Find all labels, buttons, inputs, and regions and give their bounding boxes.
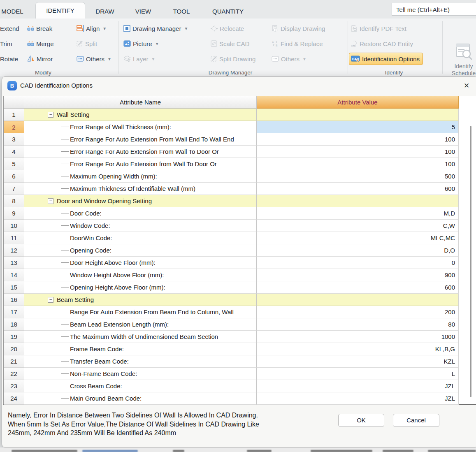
table-row[interactable]: 9Door Code:M,D bbox=[4, 207, 459, 220]
row-number[interactable]: 19 bbox=[4, 331, 24, 343]
attribute-name-cell[interactable]: Frame Beam Code: bbox=[24, 343, 257, 355]
attribute-name-cell[interactable]: DoorWin Code: bbox=[24, 232, 257, 244]
attribute-name-cell[interactable]: Non-Frame Beam Code: bbox=[24, 368, 257, 380]
table-row[interactable]: 8−Door and Window Opening Setting bbox=[4, 195, 459, 207]
attribute-value-cell[interactable]: 100 bbox=[257, 158, 459, 170]
row-number[interactable]: 5 bbox=[4, 158, 24, 170]
row-number[interactable]: 20 bbox=[4, 343, 24, 355]
extend-button[interactable]: Extend bbox=[0, 23, 19, 34]
picture-button[interactable]: Picture▼ bbox=[123, 38, 159, 49]
table-row[interactable]: 19The Maximum Width of Undimensioned Bea… bbox=[4, 331, 459, 343]
ok-button[interactable]: OK bbox=[338, 414, 384, 427]
merge-button[interactable]: Merge bbox=[27, 38, 54, 49]
row-number[interactable]: 9 bbox=[4, 207, 24, 220]
row-number[interactable]: 2 bbox=[4, 121, 24, 133]
attribute-name-cell[interactable]: Error Range For Auto Extension from Wall… bbox=[24, 158, 257, 170]
mirror-button[interactable]: Mirror bbox=[27, 53, 53, 64]
attribute-name-cell[interactable]: −Door and Window Opening Setting bbox=[24, 195, 257, 207]
row-number[interactable]: 16 bbox=[4, 294, 24, 306]
table-row[interactable]: 1−Wall Setting bbox=[4, 109, 459, 121]
attribute-value-cell[interactable]: D,O bbox=[257, 244, 459, 257]
table-row[interactable]: 6Maximum Opening Width (mm):500 bbox=[4, 170, 459, 183]
tab-draw[interactable]: DRAW bbox=[91, 4, 118, 19]
trim-button[interactable]: Trim bbox=[0, 38, 12, 49]
dialog-title-bar[interactable]: B CAD Identification Options ✕ bbox=[2, 77, 476, 96]
table-row[interactable]: 20Frame Beam Code:KL,B,G bbox=[4, 343, 459, 355]
table-row[interactable]: 15Opening Height Above Floor (mm):600 bbox=[4, 281, 459, 294]
table-row[interactable]: 17Range For Auto Extension From Beam End… bbox=[4, 306, 459, 318]
tab-identify[interactable]: IDENTIFY bbox=[35, 2, 85, 19]
table-row[interactable]: 7Maximum Thickness Of Identifiable Wall … bbox=[4, 183, 459, 195]
attribute-name-cell[interactable]: Beam Lead Extension Length (mm): bbox=[24, 318, 257, 331]
attribute-value-cell[interactable]: M,D bbox=[257, 207, 459, 220]
attribute-name-cell[interactable]: Window Height Above Floor (mm): bbox=[24, 269, 257, 281]
row-number[interactable]: 18 bbox=[4, 318, 24, 331]
table-row[interactable]: 24Main Ground Beam Code:JZL bbox=[4, 392, 459, 405]
row-number[interactable]: 21 bbox=[4, 355, 24, 368]
tab-quantity[interactable]: QUANTITY bbox=[208, 4, 248, 19]
row-number[interactable]: 6 bbox=[4, 170, 24, 183]
tab-view[interactable]: VIEW bbox=[131, 4, 156, 19]
attribute-value-cell[interactable]: 200 bbox=[257, 306, 459, 318]
attribute-value-cell[interactable]: C,W bbox=[257, 220, 459, 232]
attribute-name-cell[interactable]: Error Range For Auto Extension From Wall… bbox=[24, 133, 257, 146]
table-row[interactable]: 4Error Range For Auto Extension From Wal… bbox=[4, 146, 459, 158]
vertical-scrollbar[interactable] bbox=[470, 126, 471, 397]
attribute-value-cell[interactable]: MLC,MC bbox=[257, 232, 459, 244]
drawing-manager-button[interactable]: Drawing Manager▼ bbox=[123, 23, 188, 34]
attribute-value-cell[interactable] bbox=[257, 195, 459, 207]
attribute-value-cell[interactable]: JZL bbox=[257, 380, 459, 392]
collapse-icon[interactable]: − bbox=[48, 112, 53, 118]
row-number[interactable]: 22 bbox=[4, 368, 24, 380]
table-row[interactable]: 23Cross Beam Code:JZL bbox=[4, 380, 459, 392]
attribute-name-cell[interactable]: Maximum Thickness Of Identifiable Wall (… bbox=[24, 183, 257, 195]
attribute-name-cell[interactable]: Door Code: bbox=[24, 207, 257, 220]
tab-tool[interactable]: TOOL bbox=[170, 4, 193, 19]
close-icon[interactable]: ✕ bbox=[460, 79, 474, 93]
tab-model[interactable]: MODEL bbox=[0, 4, 25, 19]
table-row[interactable]: 22Non-Frame Beam Code:L bbox=[4, 368, 459, 380]
attribute-value-cell[interactable]: 600 bbox=[257, 281, 459, 294]
table-row[interactable]: 14Window Height Above Floor (mm):900 bbox=[4, 269, 459, 281]
attribute-name-cell[interactable]: Transfer Beam Code: bbox=[24, 355, 257, 368]
table-row[interactable]: 2Error Range of Wall Thickness (mm):5 bbox=[4, 121, 459, 133]
attribute-name-cell[interactable]: Door Height Above Floor (mm): bbox=[24, 257, 257, 269]
row-number[interactable]: 4 bbox=[4, 146, 24, 158]
attribute-value-cell[interactable]: JZL bbox=[257, 392, 459, 405]
attribute-name-cell[interactable]: Opening Code: bbox=[24, 244, 257, 257]
row-number[interactable]: 17 bbox=[4, 306, 24, 318]
table-row[interactable]: 21Transfer Beam Code:KZL bbox=[4, 355, 459, 368]
tell-me-search-box[interactable]: Tell me (Ctrl+Alt+E) bbox=[392, 3, 476, 16]
attribute-value-cell[interactable] bbox=[257, 294, 459, 306]
collapse-icon[interactable]: − bbox=[48, 297, 53, 303]
attribute-value-cell[interactable]: KZL bbox=[257, 355, 459, 368]
row-number[interactable]: 13 bbox=[4, 257, 24, 269]
attribute-name-header[interactable]: Attribute Name bbox=[24, 96, 257, 109]
attribute-value-cell[interactable]: 1000 bbox=[257, 331, 459, 343]
attribute-value-cell[interactable]: 900 bbox=[257, 269, 459, 281]
attribute-name-cell[interactable]: Error Range For Auto Extension From Wall… bbox=[24, 146, 257, 158]
table-row[interactable]: 16−Beam Setting bbox=[4, 294, 459, 306]
attribute-name-cell[interactable]: The Maximum Width of Undimensioned Beam … bbox=[24, 331, 257, 343]
attribute-name-cell[interactable]: −Beam Setting bbox=[24, 294, 257, 306]
attribute-value-cell[interactable] bbox=[257, 109, 459, 121]
attribute-name-cell[interactable]: −Wall Setting bbox=[24, 109, 257, 121]
cancel-button[interactable]: Cancel bbox=[393, 414, 439, 427]
table-row[interactable]: 10Window Code:C,W bbox=[4, 220, 459, 232]
row-number[interactable]: 14 bbox=[4, 269, 24, 281]
row-number-header[interactable] bbox=[4, 96, 24, 109]
attribute-name-cell[interactable]: Window Code: bbox=[24, 220, 257, 232]
attribute-name-cell[interactable]: Error Range of Wall Thickness (mm): bbox=[24, 121, 257, 133]
attribute-value-cell[interactable]: 0 bbox=[257, 257, 459, 269]
row-number[interactable]: 23 bbox=[4, 380, 24, 392]
table-row[interactable]: 13Door Height Above Floor (mm):0 bbox=[4, 257, 459, 269]
row-number[interactable]: 7 bbox=[4, 183, 24, 195]
table-row[interactable]: 5Error Range For Auto Extension from Wal… bbox=[4, 158, 459, 170]
row-number[interactable]: 15 bbox=[4, 281, 24, 294]
row-number[interactable]: 24 bbox=[4, 392, 24, 405]
attribute-name-cell[interactable]: Maximum Opening Width (mm): bbox=[24, 170, 257, 183]
attribute-value-cell[interactable]: 100 bbox=[257, 146, 459, 158]
row-number[interactable]: 12 bbox=[4, 244, 24, 257]
attribute-value-cell[interactable]: 80 bbox=[257, 318, 459, 331]
attribute-name-cell[interactable]: Main Ground Beam Code: bbox=[24, 392, 257, 405]
